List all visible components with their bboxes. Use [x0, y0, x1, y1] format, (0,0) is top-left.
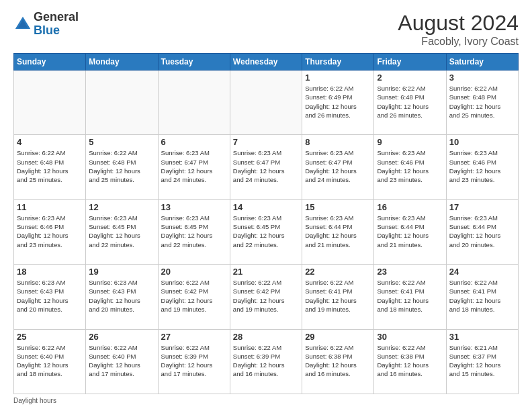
day-of-week-header: Thursday: [302, 54, 374, 71]
calendar-cell: 3Sunrise: 6:22 AMSunset: 6:48 PMDaylight…: [446, 71, 518, 135]
month-year: August 2024: [398, 11, 519, 36]
calendar-cell: 14Sunrise: 6:23 AMSunset: 6:45 PMDayligh…: [230, 199, 302, 264]
calendar-cell: 12Sunrise: 6:23 AMSunset: 6:45 PMDayligh…: [86, 199, 158, 264]
day-info: Sunrise: 6:22 AMSunset: 6:41 PMDaylight:…: [449, 278, 515, 314]
calendar-cell: 29Sunrise: 6:22 AMSunset: 6:38 PMDayligh…: [302, 329, 374, 394]
calendar-week-row: 18Sunrise: 6:23 AMSunset: 6:43 PMDayligh…: [14, 265, 519, 329]
day-info: Sunrise: 6:22 AMSunset: 6:42 PMDaylight:…: [233, 278, 299, 314]
footer-text: Daylight hours: [13, 397, 56, 404]
logo: General Blue: [13, 11, 79, 38]
day-of-week-header: Saturday: [446, 54, 518, 71]
day-info: Sunrise: 6:22 AMSunset: 6:48 PMDaylight:…: [17, 148, 83, 184]
calendar-cell: 11Sunrise: 6:23 AMSunset: 6:46 PMDayligh…: [14, 199, 86, 264]
day-info: Sunrise: 6:23 AMSunset: 6:43 PMDaylight:…: [89, 278, 154, 314]
day-number: 24: [449, 267, 515, 277]
calendar-cell: 18Sunrise: 6:23 AMSunset: 6:43 PMDayligh…: [14, 265, 86, 329]
calendar-cell: 1Sunrise: 6:22 AMSunset: 6:49 PMDaylight…: [302, 71, 374, 135]
calendar-cell: 4Sunrise: 6:22 AMSunset: 6:48 PMDaylight…: [14, 135, 86, 199]
day-number: 18: [17, 267, 83, 277]
calendar-cell: 19Sunrise: 6:23 AMSunset: 6:43 PMDayligh…: [86, 265, 158, 329]
day-number: 23: [377, 267, 443, 277]
day-info: Sunrise: 6:23 AMSunset: 6:45 PMDaylight:…: [233, 214, 299, 249]
calendar: SundayMondayTuesdayWednesdayThursdayFrid…: [13, 53, 519, 394]
logo-text: General Blue: [34, 11, 79, 38]
calendar-cell: 8Sunrise: 6:23 AMSunset: 6:47 PMDaylight…: [302, 135, 374, 199]
day-info: Sunrise: 6:22 AMSunset: 6:40 PMDaylight:…: [89, 343, 154, 379]
day-info: Sunrise: 6:22 AMSunset: 6:41 PMDaylight:…: [377, 278, 443, 314]
calendar-cell: 10Sunrise: 6:23 AMSunset: 6:46 PMDayligh…: [446, 135, 518, 199]
day-of-week-header: Monday: [86, 54, 158, 71]
day-number: 31: [449, 332, 515, 342]
day-number: 5: [89, 137, 154, 147]
calendar-cell: 17Sunrise: 6:23 AMSunset: 6:44 PMDayligh…: [446, 199, 518, 264]
logo-general: General: [34, 11, 79, 24]
day-number: 4: [17, 137, 83, 147]
calendar-cell: 28Sunrise: 6:22 AMSunset: 6:39 PMDayligh…: [230, 329, 302, 394]
logo-blue: Blue: [34, 24, 79, 38]
day-number: 29: [305, 332, 371, 342]
day-number: 27: [161, 332, 227, 342]
day-number: 21: [233, 267, 299, 277]
calendar-cell: 31Sunrise: 6:21 AMSunset: 6:37 PMDayligh…: [446, 329, 518, 394]
day-of-week-header: Wednesday: [230, 54, 302, 71]
day-info: Sunrise: 6:23 AMSunset: 6:47 PMDaylight:…: [161, 148, 227, 184]
title-area: August 2024 Facobly, Ivory Coast: [398, 11, 519, 48]
day-info: Sunrise: 6:23 AMSunset: 6:46 PMDaylight:…: [449, 148, 515, 184]
calendar-cell: 23Sunrise: 6:22 AMSunset: 6:41 PMDayligh…: [374, 265, 446, 329]
day-info: Sunrise: 6:22 AMSunset: 6:48 PMDaylight:…: [377, 84, 443, 120]
day-info: Sunrise: 6:23 AMSunset: 6:44 PMDaylight:…: [305, 214, 371, 249]
day-info: Sunrise: 6:22 AMSunset: 6:39 PMDaylight:…: [233, 343, 299, 379]
day-info: Sunrise: 6:23 AMSunset: 6:47 PMDaylight:…: [305, 148, 371, 184]
calendar-week-row: 11Sunrise: 6:23 AMSunset: 6:46 PMDayligh…: [14, 199, 519, 264]
day-number: 12: [89, 202, 154, 212]
calendar-cell: 27Sunrise: 6:22 AMSunset: 6:39 PMDayligh…: [158, 329, 230, 394]
day-number: 13: [161, 202, 227, 212]
calendar-cell: 16Sunrise: 6:23 AMSunset: 6:44 PMDayligh…: [374, 199, 446, 264]
day-number: 14: [233, 202, 299, 212]
logo-icon: [13, 15, 32, 34]
calendar-cell: 5Sunrise: 6:22 AMSunset: 6:48 PMDaylight…: [86, 135, 158, 199]
day-number: 8: [305, 137, 371, 147]
day-info: Sunrise: 6:22 AMSunset: 6:48 PMDaylight:…: [449, 84, 515, 120]
calendar-cell: 9Sunrise: 6:23 AMSunset: 6:46 PMDaylight…: [374, 135, 446, 199]
calendar-cell: 2Sunrise: 6:22 AMSunset: 6:48 PMDaylight…: [374, 71, 446, 135]
day-number: 26: [89, 332, 154, 342]
day-info: Sunrise: 6:22 AMSunset: 6:39 PMDaylight:…: [161, 343, 227, 379]
calendar-cell: 20Sunrise: 6:22 AMSunset: 6:42 PMDayligh…: [158, 265, 230, 329]
day-number: 2: [377, 73, 443, 83]
calendar-cell: 15Sunrise: 6:23 AMSunset: 6:44 PMDayligh…: [302, 199, 374, 264]
day-number: 25: [17, 332, 83, 342]
calendar-cell: [158, 71, 230, 135]
day-number: 19: [89, 267, 154, 277]
calendar-cell: 7Sunrise: 6:23 AMSunset: 6:47 PMDaylight…: [230, 135, 302, 199]
day-number: 20: [161, 267, 227, 277]
calendar-cell: [86, 71, 158, 135]
day-number: 7: [233, 137, 299, 147]
day-info: Sunrise: 6:22 AMSunset: 6:48 PMDaylight:…: [89, 148, 154, 184]
calendar-cell: 6Sunrise: 6:23 AMSunset: 6:47 PMDaylight…: [158, 135, 230, 199]
calendar-cell: [230, 71, 302, 135]
day-info: Sunrise: 6:22 AMSunset: 6:38 PMDaylight:…: [305, 343, 371, 379]
day-number: 3: [449, 73, 515, 83]
day-of-week-header: Tuesday: [158, 54, 230, 71]
day-number: 28: [233, 332, 299, 342]
day-info: Sunrise: 6:23 AMSunset: 6:46 PMDaylight:…: [377, 148, 443, 184]
calendar-cell: 13Sunrise: 6:23 AMSunset: 6:45 PMDayligh…: [158, 199, 230, 264]
calendar-week-row: 25Sunrise: 6:22 AMSunset: 6:40 PMDayligh…: [14, 329, 519, 394]
day-number: 1: [305, 73, 371, 83]
calendar-week-row: 4Sunrise: 6:22 AMSunset: 6:48 PMDaylight…: [14, 135, 519, 199]
day-number: 22: [305, 267, 371, 277]
footer: Daylight hours: [13, 397, 519, 404]
day-info: Sunrise: 6:23 AMSunset: 6:43 PMDaylight:…: [17, 278, 83, 314]
days-of-week-row: SundayMondayTuesdayWednesdayThursdayFrid…: [14, 54, 519, 71]
calendar-week-row: 1Sunrise: 6:22 AMSunset: 6:49 PMDaylight…: [14, 71, 519, 135]
page: General Blue August 2024 Facobly, Ivory …: [0, 0, 532, 411]
day-number: 15: [305, 202, 371, 212]
day-number: 16: [377, 202, 443, 212]
calendar-body: 1Sunrise: 6:22 AMSunset: 6:49 PMDaylight…: [14, 71, 519, 394]
day-info: Sunrise: 6:23 AMSunset: 6:44 PMDaylight:…: [377, 214, 443, 249]
header: General Blue August 2024 Facobly, Ivory …: [13, 11, 519, 48]
calendar-cell: 25Sunrise: 6:22 AMSunset: 6:40 PMDayligh…: [14, 329, 86, 394]
location: Facobly, Ivory Coast: [398, 36, 519, 48]
day-info: Sunrise: 6:22 AMSunset: 6:40 PMDaylight:…: [17, 343, 83, 379]
